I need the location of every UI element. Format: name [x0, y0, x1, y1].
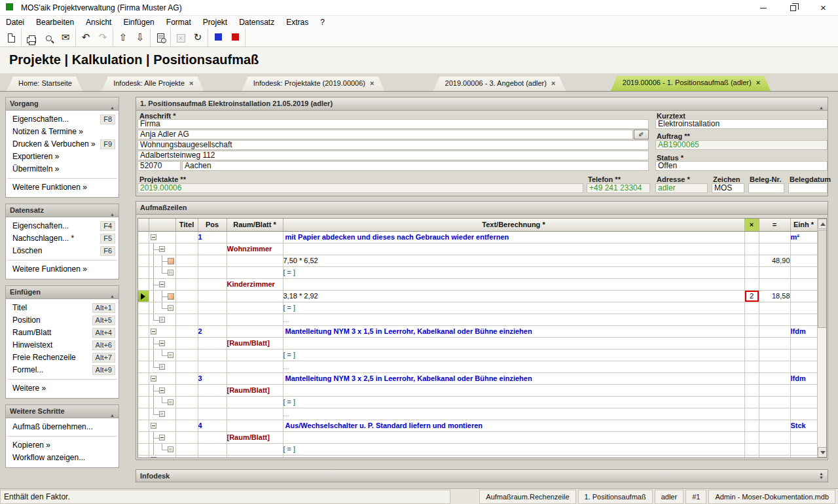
ergebnis-cell[interactable] — [759, 278, 790, 290]
einheit-cell[interactable] — [790, 349, 817, 361]
sidebar-item-kopieren[interactable]: Kopieren » — [6, 439, 118, 452]
sidebar-item-formel[interactable]: Formel...Alt+9 — [6, 364, 118, 376]
collapse-panel-icon[interactable]: ▲ — [819, 101, 824, 114]
ergebnis-cell[interactable] — [759, 361, 790, 372]
pos-cell[interactable] — [198, 408, 227, 420]
titel-cell[interactable] — [175, 455, 198, 458]
collapse-node-icon[interactable] — [159, 281, 165, 287]
row-selector[interactable] — [138, 325, 149, 337]
pos-cell[interactable] — [198, 455, 227, 458]
more-rows-icon[interactable] — [168, 446, 173, 452]
raum-blatt-cell[interactable] — [227, 443, 283, 455]
tree-cell[interactable] — [149, 266, 175, 278]
row-selector[interactable] — [138, 361, 149, 372]
tab-close-icon[interactable]: × — [756, 79, 760, 86]
zeichen-field[interactable]: MOS — [712, 183, 744, 193]
print-button[interactable] — [23, 29, 40, 46]
titel-cell[interactable] — [175, 396, 198, 408]
einheit-cell[interactable]: m² — [790, 231, 817, 243]
measure-row-icon[interactable] — [168, 258, 174, 264]
sidebar-item-eigenschaften[interactable]: Eigenschaften...F8 — [6, 113, 118, 126]
raum-blatt-cell[interactable] — [227, 231, 283, 243]
pos-cell[interactable] — [198, 278, 227, 290]
text-berechnung-cell[interactable]: mit Papier abdecken und dieses nach Gebr… — [283, 231, 744, 243]
faktor-cell[interactable] — [744, 302, 759, 314]
raum-blatt-cell[interactable]: [Raum/Blatt] — [227, 431, 283, 443]
anschrift-line4-field[interactable]: Adalbertsteinweg 112 — [137, 151, 649, 160]
pos-cell[interactable] — [198, 431, 227, 443]
more-rows-icon[interactable] — [159, 317, 165, 323]
text-berechnung-cell[interactable]: Mantelleitung NYM 3 x 1,5 in Leerrohr, K… — [283, 325, 744, 337]
pos-cell[interactable] — [198, 266, 227, 278]
faktor-cell[interactable] — [744, 384, 759, 396]
collapse-node-icon[interactable] — [159, 340, 165, 346]
titel-cell[interactable] — [175, 266, 198, 278]
titel-cell[interactable] — [175, 361, 198, 372]
collapse-section-icon[interactable]: ▲ — [110, 409, 115, 422]
text-berechnung-cell[interactable] — [283, 431, 744, 443]
tree-cell[interactable] — [149, 302, 175, 314]
row-selector[interactable] — [138, 349, 149, 361]
belegnr-field[interactable] — [748, 183, 784, 193]
pos-cell[interactable]: 3 — [198, 372, 227, 384]
faktor-cell[interactable] — [744, 349, 759, 361]
text-berechnung-cell[interactable]: [ = ] — [283, 266, 744, 278]
more-rows-icon[interactable] — [168, 399, 173, 405]
pos-cell[interactable] — [198, 337, 227, 349]
text-berechnung-cell[interactable]: [ = ] — [283, 349, 744, 361]
raum-blatt-cell[interactable] — [227, 396, 283, 408]
aufmasszeilen-header[interactable]: Aufmaßzeilen — [136, 202, 828, 215]
collapse-node-icon[interactable] — [151, 376, 156, 382]
menu-item-?[interactable]: ? — [314, 16, 331, 28]
titel-cell[interactable] — [175, 314, 198, 325]
sidebar-item-weiterefunktionen[interactable]: Weitere Funktionen » — [6, 181, 118, 194]
minimize-button[interactable] — [748, 0, 778, 16]
scroll-up-button[interactable] — [818, 219, 827, 229]
menu-item-projekt[interactable]: Projekt — [197, 16, 233, 28]
tab-close-icon[interactable]: × — [189, 79, 193, 87]
pos-cell[interactable] — [198, 384, 227, 396]
collapse-section-icon[interactable]: ▲ — [110, 290, 115, 302]
print-preview-button[interactable] — [40, 29, 57, 46]
ergebnis-cell[interactable] — [759, 384, 790, 396]
ergebnis-cell[interactable] — [759, 349, 790, 361]
sidebar-item-exportieren[interactable]: Exportieren » — [6, 151, 118, 163]
faktor-cell[interactable] — [744, 325, 759, 337]
pos-cell[interactable]: 4 — [198, 420, 227, 431]
tab-1[interactable]: Home: Startseite — [7, 77, 82, 91]
tree-cell[interactable] — [149, 455, 175, 458]
einheit-cell[interactable] — [790, 384, 817, 396]
ergebnis-cell[interactable] — [759, 266, 790, 278]
ergebnis-cell[interactable] — [759, 420, 790, 431]
tree-cell[interactable] — [149, 372, 175, 384]
pos-cell[interactable] — [198, 443, 227, 455]
ergebnis-cell[interactable] — [759, 455, 790, 458]
row-selector[interactable] — [138, 443, 149, 455]
einheit-cell[interactable] — [790, 408, 817, 420]
row-selector[interactable] — [138, 372, 149, 384]
column-header-titel[interactable]: Titel — [175, 219, 198, 231]
column-header-textberechnung[interactable]: Text/Berechnung * — [283, 219, 744, 231]
raum-blatt-cell[interactable] — [227, 290, 283, 302]
row-selector[interactable] — [138, 455, 149, 458]
titel-cell[interactable] — [175, 443, 198, 455]
row-selector[interactable] — [138, 408, 149, 420]
sidebar-item-raumblatt[interactable]: Raum/BlattAlt+4 — [6, 327, 118, 339]
ergebnis-cell[interactable] — [759, 396, 790, 408]
anschrift-line3-field[interactable]: Wohnungsbaugesellschaft — [137, 140, 649, 150]
titel-cell[interactable] — [175, 384, 198, 396]
faktor-cell[interactable] — [744, 255, 759, 266]
text-berechnung-cell[interactable] — [283, 243, 744, 255]
sidebar-item-titel[interactable]: TitelAlt+1 — [6, 302, 118, 314]
raum-blatt-cell[interactable]: [Raum/Blatt] — [227, 337, 283, 349]
sidebar-section-header[interactable]: Weitere Schritte▲ — [6, 405, 118, 418]
tree-cell[interactable] — [149, 408, 175, 420]
scroll-down-button[interactable] — [818, 447, 827, 458]
restore-button[interactable] — [778, 0, 808, 16]
einheit-cell[interactable] — [790, 290, 817, 302]
more-rows-icon[interactable] — [168, 352, 173, 358]
text-berechnung-cell[interactable]: Mantelleitung NYM 3 x 2,5 in Leerrohr, K… — [283, 372, 744, 384]
document-header[interactable]: 1. Positionsaufmaß Elektroinstallation 2… — [136, 98, 828, 111]
faktor-cell[interactable] — [744, 372, 759, 384]
column-header-pos[interactable]: Pos — [198, 219, 227, 231]
